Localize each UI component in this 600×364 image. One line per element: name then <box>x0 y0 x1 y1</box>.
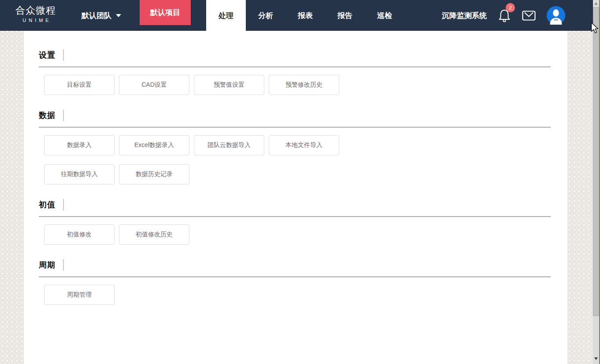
section-initial-value: 初值 初值修改 初值修改历史 <box>39 199 551 245</box>
section-title-data: 数据 <box>39 110 56 121</box>
system-name: 沉降监测系统 <box>442 0 487 31</box>
scrollbar-thumb[interactable] <box>593 7 599 316</box>
chevron-down-icon <box>116 14 121 17</box>
section-title-initial-value: 初值 <box>39 199 56 210</box>
mouse-cursor-icon <box>591 22 600 34</box>
button-warning-value-settings[interactable]: 预警值设置 <box>194 75 264 95</box>
mail-icon <box>522 11 536 21</box>
title-accent-bar <box>63 199 64 210</box>
notifications-button[interactable]: 2 <box>498 9 515 24</box>
section-divider <box>39 127 551 128</box>
button-past-data-import[interactable]: 往期数据导入 <box>44 164 115 184</box>
section-title-settings: 设置 <box>39 50 56 60</box>
button-data-entry[interactable]: 数据录入 <box>44 135 115 155</box>
top-navbar: 合众微程 UNIME 默认团队 默认项目 处理 分析 报表 报告 巡检 沉降监测… <box>0 0 593 31</box>
section-data: 数据 数据录入 Excel数据录入 团队云数据导入 本地文件导入 往期数据导入 … <box>39 110 551 184</box>
button-initial-value-modify-history[interactable]: 初值修改历史 <box>119 224 189 245</box>
scrollbar-down-icon[interactable] <box>593 355 599 362</box>
tab-report-table[interactable]: 报表 <box>285 0 325 31</box>
project-button[interactable]: 默认项目 <box>140 0 191 25</box>
main-content: 设置 目标设置 CAD设置 预警值设置 预警修改历史 数据 数据录入 Excel… <box>24 31 567 364</box>
logo-title: 合众微程 <box>15 5 57 16</box>
messages-button[interactable] <box>522 11 536 22</box>
team-selector-dropdown[interactable]: 默认团队 <box>81 0 121 31</box>
button-target-settings[interactable]: 目标设置 <box>44 75 115 95</box>
section-settings: 设置 目标设置 CAD设置 预警值设置 预警修改历史 <box>39 49 551 95</box>
app-logo[interactable]: 合众微程 UNIME <box>15 5 57 23</box>
section-divider <box>39 66 551 67</box>
main-tabs: 处理 分析 报表 报告 巡检 <box>206 0 404 31</box>
tab-report[interactable]: 报告 <box>325 0 365 31</box>
button-local-file-import[interactable]: 本地文件导入 <box>269 135 339 155</box>
title-accent-bar <box>63 259 64 271</box>
button-initial-value-modify[interactable]: 初值修改 <box>44 224 115 245</box>
user-avatar-icon <box>547 6 565 25</box>
tab-analysis[interactable]: 分析 <box>246 0 285 31</box>
section-title-period: 周期 <box>39 260 56 270</box>
title-accent-bar <box>63 49 64 61</box>
button-period-management[interactable]: 周期管理 <box>44 285 115 305</box>
button-cad-settings[interactable]: CAD设置 <box>119 75 189 95</box>
section-divider <box>39 216 551 217</box>
section-period: 周期 周期管理 <box>39 259 551 305</box>
scrollbar-up-icon[interactable] <box>593 0 599 7</box>
tab-process[interactable]: 处理 <box>206 0 246 31</box>
notification-badge: 2 <box>506 3 515 12</box>
section-divider <box>39 276 551 277</box>
tab-inspection[interactable]: 巡检 <box>365 0 404 31</box>
team-selector-label: 默认团队 <box>81 11 111 21</box>
title-accent-bar <box>63 110 64 121</box>
vertical-scrollbar[interactable] <box>593 0 599 364</box>
button-warning-modify-history[interactable]: 预警修改历史 <box>269 75 339 95</box>
button-data-history[interactable]: 数据历史记录 <box>119 164 189 184</box>
avatar[interactable] <box>547 6 565 25</box>
button-excel-data-entry[interactable]: Excel数据录入 <box>119 135 189 155</box>
button-team-cloud-import[interactable]: 团队云数据导入 <box>194 135 264 155</box>
logo-subtitle: UNIME <box>15 18 57 23</box>
